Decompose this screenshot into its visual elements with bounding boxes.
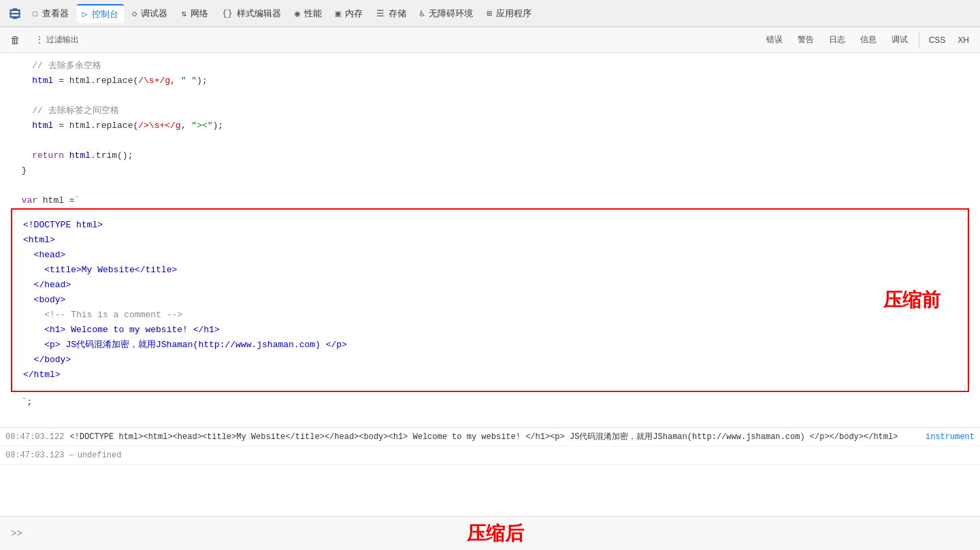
code-line: }: [0, 163, 980, 178]
filter-bar: 🗑 ⋮ 过滤输出 错误 警告 日志 信息 调试 CSS XH: [0, 27, 980, 53]
storage-icon: ☰: [376, 8, 385, 19]
devtools-icon[interactable]: [5, 4, 24, 23]
code-line: [0, 133, 980, 148]
tab-style-editor[interactable]: {} 样式编辑器: [216, 5, 287, 22]
before-label: 压缩前: [883, 287, 941, 313]
applications-icon: ⊞: [487, 8, 492, 19]
top-toolbar: ☐ 查看器 ▷ 控制台 ◇ 调试器 ⇅ 网络 {} 样式编辑器 ◉ 性能 ▣ 内…: [0, 0, 980, 27]
type-xh-button[interactable]: XH: [952, 33, 975, 47]
tab-network[interactable]: ⇅ 网络: [176, 5, 214, 22]
after-label: 压缩后: [467, 521, 524, 547]
console-entry-2: 08:47:03.123 ← undefined: [0, 447, 980, 465]
clear-console-button[interactable]: 🗑: [5, 31, 24, 50]
bottom-bar: >> 压缩后: [0, 516, 980, 550]
red-border-box: 压缩前 <!DOCTYPE html> <html> <head> <title…: [11, 208, 969, 392]
code-line: html = html.replace( /\s+/g , " " );: [0, 74, 980, 88]
tab-performance[interactable]: ◉ 性能: [289, 5, 327, 22]
html-body-close: </body>: [23, 353, 957, 368]
code-line: var html =`: [0, 193, 980, 208]
tab-storage[interactable]: ☰ 存储: [371, 5, 412, 22]
accessibility-icon: ♿: [420, 8, 425, 19]
divider: [919, 33, 919, 48]
filter-icon: ⋮: [35, 35, 44, 45]
html-head-close: </head>: [23, 278, 957, 293]
console-entry-1: 08:47:03.122 <!DOCTYPE html><html><head>…: [0, 428, 980, 447]
tab-applications[interactable]: ⊞ 应用程序: [481, 5, 537, 22]
html-body: <body>: [23, 293, 957, 308]
level-info-button[interactable]: 信息: [853, 32, 883, 48]
level-debug-button[interactable]: 调试: [885, 32, 915, 48]
timestamp-1: 08:47:03.122: [5, 431, 64, 443]
code-line: [0, 178, 980, 193]
filter-output-button[interactable]: ⋮ 过滤输出: [30, 32, 84, 48]
html-h1: <h1> Welcome to my website! </h1>: [23, 323, 957, 338]
code-template-end: `;: [0, 395, 980, 410]
debugger-icon: ◇: [132, 8, 137, 19]
prompt-icon: >>: [11, 528, 22, 539]
network-icon: ⇅: [181, 8, 186, 19]
console-source-1[interactable]: instrument: [926, 431, 975, 443]
html-template-box: 压缩前 <!DOCTYPE html> <html> <head> <title…: [0, 208, 980, 395]
level-warning-button[interactable]: 警告: [791, 32, 821, 48]
code-line: [0, 88, 980, 103]
level-error-button[interactable]: 错误: [760, 32, 789, 48]
tab-console[interactable]: ▷ 控制台: [77, 4, 124, 23]
code-line: [0, 410, 980, 425]
main-code-area: // 去除多余空格 html = html.replace( /\s+/g , …: [0, 53, 980, 427]
level-log-button[interactable]: 日志: [822, 32, 852, 48]
tab-debugger[interactable]: ◇ 调试器: [127, 5, 174, 22]
memory-icon: ▣: [336, 8, 341, 19]
code-line: // 去除多余空格: [0, 59, 980, 74]
code-line: html = html.replace( />\s+</g , "><" );: [0, 118, 980, 133]
tab-viewer[interactable]: ☐ 查看器: [27, 5, 74, 22]
tab-memory[interactable]: ▣ 内存: [330, 5, 368, 22]
viewer-icon: ☐: [33, 8, 38, 19]
console-message-1: <!DOCTYPE html><html><head><title>My Web…: [69, 431, 920, 443]
performance-icon: ◉: [295, 8, 300, 19]
tab-accessibility[interactable]: ♿ 无障碍环境: [414, 5, 479, 22]
return-arrow: ←: [69, 449, 74, 462]
code-line: // 去除标签之间空格: [0, 103, 980, 118]
html-head: <head>: [23, 248, 957, 263]
html-tag: <html>: [23, 233, 957, 248]
console-output-area: 08:47:03.122 <!DOCTYPE html><html><head>…: [0, 427, 980, 516]
html-doctype: <!DOCTYPE html>: [23, 218, 957, 233]
html-p: <p> JS代码混淆加密，就用JShaman(http://www.jshama…: [23, 338, 957, 353]
console-undefined: undefined: [78, 449, 122, 462]
style-editor-icon: {}: [222, 8, 233, 18]
console-icon: ▷: [82, 9, 88, 20]
html-comment: <!-- This is a comment -->: [23, 308, 957, 323]
type-css-button[interactable]: CSS: [924, 33, 951, 47]
code-line: return html .trim();: [0, 148, 980, 163]
timestamp-2: 08:47:03.123: [5, 449, 64, 462]
html-close: </html>: [23, 368, 957, 383]
html-title: <title>My Website</title>: [23, 263, 957, 278]
